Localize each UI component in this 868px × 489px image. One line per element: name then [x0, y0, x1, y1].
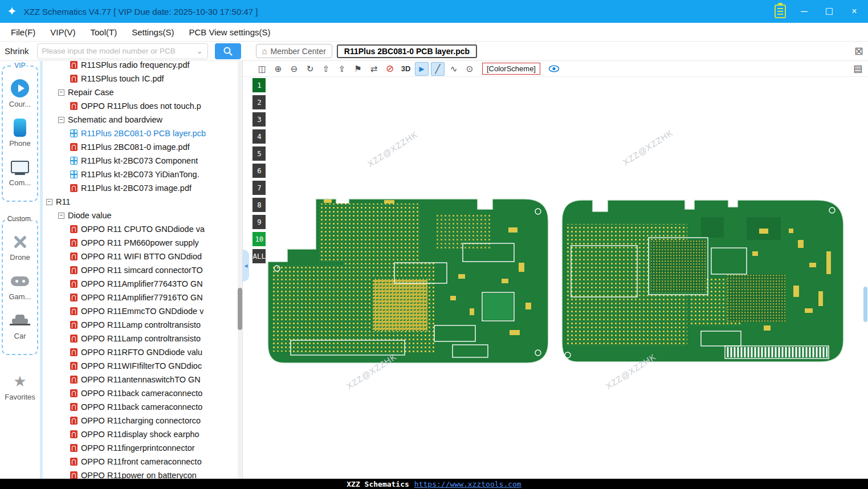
diode-mode-button[interactable]: ⊘: [383, 62, 397, 76]
active-document-tab[interactable]: R11Plus 2BC081-0 PCB layer.pcb: [337, 44, 477, 58]
layer-button[interactable]: 6: [252, 164, 266, 178]
file-icon: [70, 239, 78, 247]
tree-item[interactable]: − R11Plus 2BC081-0 PCB layer.pcb: [43, 127, 242, 140]
tree-item-label: OPPO R11RFTO GNDdiode valu: [81, 348, 202, 357]
search-combobox[interactable]: ⌄: [37, 43, 208, 59]
tree-scrollbar-thumb[interactable]: [238, 288, 242, 330]
tree-item[interactable]: − OPPO R11Amplifier77916TO GN: [43, 291, 242, 304]
tree-item[interactable]: − OPPO R11power on batterycon: [43, 468, 242, 479]
layer-button[interactable]: ALL: [252, 249, 266, 263]
close-button[interactable]: ×: [847, 6, 861, 17]
menu-item[interactable]: File(F): [3, 27, 43, 37]
panel-collapse-handle[interactable]: ◀: [243, 250, 249, 282]
board-bottom-button[interactable]: ⇪: [335, 62, 349, 76]
layer-button[interactable]: 8: [252, 198, 266, 212]
probe-tool-button[interactable]: ⊙: [463, 62, 476, 76]
tree-item[interactable]: − OPPO R11RFTO GNDdiode valu: [43, 345, 242, 359]
tree-item[interactable]: − OPPO R11back cameraconnecto: [43, 386, 242, 400]
tree-item[interactable]: − OPPO R11fingerprintconnector: [43, 441, 242, 455]
tree-item[interactable]: − R11SPlus touch IC.pdf: [43, 72, 242, 85]
layer-button[interactable]: 5: [252, 146, 266, 161]
curve-tool-button[interactable]: ∿: [447, 62, 461, 76]
minimize-button[interactable]: ─: [797, 6, 811, 17]
tree-item[interactable]: − R11Plus kt-2BC073 YiDianTong.: [43, 168, 242, 181]
tree-item[interactable]: − Diode value: [43, 209, 242, 222]
tree-item[interactable]: − R11SPlus radio frequency.pdf: [43, 61, 242, 72]
sidebar-item-car[interactable]: Car: [3, 311, 36, 340]
menu-item[interactable]: PCB View settings(S): [181, 27, 278, 37]
tree-item[interactable]: − OPPO R11 CPUTO GNDdiode va: [43, 222, 242, 236]
layer-button[interactable]: 2: [252, 95, 266, 109]
layer-button[interactable]: 9: [252, 215, 266, 229]
tree-item[interactable]: − OPPO R11 simcard connectorTO: [43, 263, 242, 277]
zoom-in-button[interactable]: ⊕: [271, 62, 285, 76]
tree-item[interactable]: − OPPO R11display shock earpho: [43, 427, 242, 441]
statusbar-link[interactable]: https://www.xzztools.com: [414, 480, 521, 488]
colorscheme-button[interactable]: [ColorScheme]: [482, 63, 540, 75]
tree-item[interactable]: − Repair Case: [43, 85, 242, 99]
layer-button[interactable]: 7: [252, 181, 266, 195]
measure-tool-button[interactable]: ╱: [431, 62, 445, 76]
menu-item[interactable]: Settings(S): [124, 27, 181, 37]
shrink-button[interactable]: Shrink: [5, 46, 29, 56]
collapse-icon[interactable]: −: [58, 89, 64, 96]
tree-item[interactable]: − OPPO R11Plus does not touch.p: [43, 99, 242, 113]
pcb-board-right[interactable]: [559, 194, 848, 368]
search-button[interactable]: [215, 43, 241, 59]
sidebar-item-computer[interactable]: Com...: [3, 158, 36, 187]
sidebar-item-favorites[interactable]: ★ Favorites: [2, 372, 38, 401]
tree-item[interactable]: − OPPO R11back cameraconnecto: [43, 400, 242, 414]
tree-item[interactable]: − OPPO R11Lamp controltransisto: [43, 332, 242, 345]
tree-item[interactable]: − OPPO R11front cameraconnecto: [43, 455, 242, 468]
eye-icon[interactable]: [548, 65, 560, 72]
tree-scrollbar[interactable]: [238, 61, 242, 479]
tree-item[interactable]: − OPPO R11 WIFI BTTO GNDdiod: [43, 250, 242, 263]
arrow-tool-button[interactable]: ►: [415, 62, 429, 76]
layer-button[interactable]: 3: [252, 112, 266, 127]
tree-item[interactable]: − OPPO R11antennaswitchTO GN: [43, 373, 242, 386]
file-icon: [70, 75, 78, 83]
rotate-button[interactable]: ↻: [303, 62, 317, 76]
sidebar-item-phone[interactable]: Phone: [3, 119, 36, 148]
tree-item[interactable]: − Schematic and boardview: [43, 113, 242, 127]
panel-list-icon[interactable]: ▤: [853, 63, 862, 75]
collapse-icon[interactable]: −: [58, 117, 64, 123]
split-view-button[interactable]: ◫: [255, 62, 269, 76]
flag-button[interactable]: ⚑: [351, 62, 365, 76]
tree-item[interactable]: − OPPO R11EmmcTO GNDdiode v: [43, 304, 242, 318]
layer-button[interactable]: 10: [252, 232, 266, 246]
tree-item[interactable]: − R11: [43, 195, 242, 209]
member-center-button[interactable]: ⌂ Member Center: [256, 44, 332, 58]
tree-item[interactable]: − OPPO R11Amplifier77643TO GN: [43, 277, 242, 291]
3d-view-button[interactable]: 3D: [399, 62, 413, 76]
board-top-button[interactable]: ⇧: [319, 62, 333, 76]
chevron-down-icon[interactable]: ⌄: [197, 47, 203, 55]
zoom-out-button[interactable]: ⊖: [287, 62, 301, 76]
maximize-button[interactable]: ☐: [822, 6, 836, 17]
sidebar-item-game[interactable]: Gam...: [3, 272, 36, 301]
tree-item[interactable]: − OPPO R11charging connectorco: [43, 414, 242, 427]
document-close-icon[interactable]: ⊠: [854, 44, 863, 58]
layer-button[interactable]: 4: [252, 129, 266, 144]
clipboard-icon[interactable]: [775, 5, 786, 18]
tree-item[interactable]: − R11Plus kt-2BC073 image.pdf: [43, 181, 242, 195]
pcb-canvas[interactable]: 12345678910ALL: [243, 77, 868, 479]
sidebar-item-drone[interactable]: Drone: [3, 233, 36, 262]
tree-item[interactable]: − OPPO R11 PM660power supply: [43, 236, 242, 250]
tree-item[interactable]: − OPPO R11WIFIfilterTO GNDdioc: [43, 359, 242, 373]
menu-item[interactable]: Tool(T): [83, 27, 125, 37]
tree-item[interactable]: − R11Plus 2BC081-0 image.pdf: [43, 140, 242, 154]
tree-item-label: OPPO R11 PM660power supply: [81, 238, 199, 247]
search-input[interactable]: [42, 47, 194, 55]
menu-item[interactable]: VIP(V): [43, 27, 83, 37]
sidebar-item-label: Drone: [10, 253, 30, 262]
collapse-icon[interactable]: −: [58, 213, 64, 219]
pcb-board-left[interactable]: [264, 194, 553, 368]
canvas-scrollbar-thumb[interactable]: [863, 287, 867, 322]
layer-button[interactable]: 1: [252, 78, 266, 92]
flip-horizontal-button[interactable]: ⇄: [367, 62, 381, 76]
tree-item[interactable]: − OPPO R11Lamp controltransisto: [43, 318, 242, 332]
sidebar-item-courses[interactable]: Cour...: [3, 79, 36, 108]
collapse-icon[interactable]: −: [46, 199, 52, 205]
tree-item[interactable]: − R11Plus kt-2BC073 Component: [43, 154, 242, 168]
